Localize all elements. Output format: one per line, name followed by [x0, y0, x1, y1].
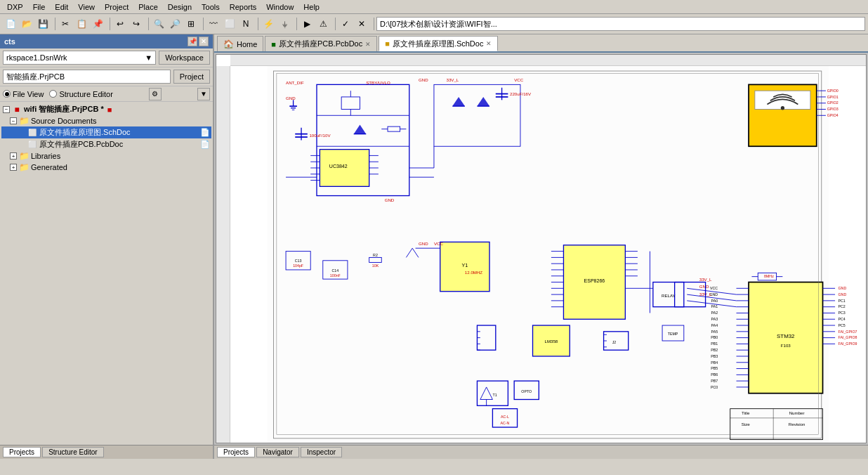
tree-sch-doc[interactable]: ⬜ 原文件插座原理图.SchDoc 📄 [1, 126, 211, 138]
tb-net[interactable]: N [238, 16, 254, 32]
home-icon: 🏠 [223, 39, 234, 49]
tab-pcb[interactable]: ■ 原文件插座PCB.PcbDoc ✕ [265, 36, 377, 51]
tb-cross[interactable]: ✕ [354, 16, 369, 32]
project-button[interactable]: Project [173, 70, 210, 84]
tab-structure-editor[interactable]: Structure Editor [49, 90, 112, 98]
bottom-tab-structure[interactable]: Structure Editor [42, 447, 103, 457]
tree-root[interactable]: − ■ wifi 智能插座.PrjPCB * ■ [1, 103, 211, 115]
generated-expander[interactable]: + [10, 164, 17, 171]
tb-new[interactable]: 📄 [3, 16, 18, 32]
svg-text:PC3: PC3 [838, 311, 845, 315]
menu-view[interactable]: View [74, 2, 99, 12]
menu-window[interactable]: Window [262, 2, 298, 12]
horizontal-ruler [230, 55, 866, 66]
right-bottom-tab-navigator[interactable]: Navigator [256, 447, 299, 457]
bottom-tab-projects[interactable]: Projects [3, 447, 41, 457]
libraries-expander[interactable]: + [10, 152, 17, 160]
panel-settings-icon[interactable]: ⚙ [149, 88, 162, 100]
workspace-dropdown[interactable]: rkspace1.DsnWrk ▼ [3, 51, 156, 65]
svg-text:AC-N: AC-N [501, 421, 510, 425]
tb-copy[interactable]: 📋 [74, 16, 89, 32]
tab-sch-label: 原文件插座原理图.SchDoc [393, 39, 484, 49]
tb-save[interactable]: 💾 [35, 16, 51, 32]
tree-libraries[interactable]: + 📁 Libraries [1, 150, 211, 162]
menu-dxp[interactable]: DXP [3, 2, 27, 12]
tb-paste[interactable]: 📌 [90, 16, 105, 32]
tb-redo[interactable]: ↪ [129, 16, 144, 32]
menu-place[interactable]: Place [134, 2, 162, 12]
tb-fit[interactable]: ⊞ [183, 16, 199, 32]
menu-help[interactable]: Help [299, 2, 324, 12]
sch-tab-close[interactable]: ✕ [486, 40, 492, 47]
svg-text:GND: GND [699, 284, 709, 289]
tab-file-view[interactable]: File View [3, 90, 44, 98]
right-bottom-tab-projects[interactable]: Projects [217, 447, 255, 457]
tb-wire[interactable]: 〰 [206, 16, 221, 32]
svg-text:Title: Title [742, 410, 750, 415]
pcb-tab-icon: ■ [271, 40, 276, 48]
tree-source-docs[interactable]: − 📁 Source Documents [1, 115, 211, 126]
tb-err[interactable]: ⚠ [315, 16, 331, 32]
tb-gnd[interactable]: ⏚ [277, 16, 292, 32]
menu-tools[interactable]: Tools [197, 2, 224, 12]
tb-zoom-out[interactable]: 🔎 [167, 16, 183, 32]
document-tabs-bar: 🏠 Home ■ 原文件插座PCB.PcbDoc ✕ ■ 原文件插座原理图.Sc… [214, 34, 868, 53]
tree-generated[interactable]: + 📁 Generated [1, 162, 211, 173]
root-expander[interactable]: − [3, 106, 10, 113]
svg-text:GPIO3: GPIO3 [827, 107, 839, 111]
svg-text:FAI_GPIO8: FAI_GPIO8 [838, 335, 857, 339]
svg-text:OPTO: OPTO [521, 389, 532, 393]
toolbar-path: D:\[07技术创新\设计资源\WIFI智... [376, 17, 865, 31]
menu-file[interactable]: File [29, 2, 50, 12]
svg-text:GPIO1: GPIO1 [827, 95, 839, 99]
pcb-doc-label: 原文件插座PCB.PcbDoc [39, 139, 123, 150]
tb-cut[interactable]: ✂ [58, 16, 73, 32]
svg-text:J2: J2 [612, 340, 617, 344]
svg-text:PB1: PB1 [711, 341, 718, 346]
menu-edit[interactable]: Edit [51, 2, 72, 12]
tb-open[interactable]: 📂 [19, 16, 34, 32]
svg-text:STBY/UVLO: STBY/UVLO [366, 80, 390, 85]
svg-text:PC4: PC4 [838, 317, 845, 321]
panel-pin-btn[interactable]: 📌 [188, 37, 197, 46]
svg-text:Size: Size [742, 422, 751, 427]
file-view-radio[interactable] [3, 90, 11, 98]
root-icon: ■ [12, 105, 22, 115]
tb-vcc[interactable]: ⚡ [261, 16, 276, 32]
tb-compile[interactable]: ▶ [299, 16, 315, 32]
svg-text:GPIO2: GPIO2 [827, 100, 839, 105]
vertical-ruler [216, 66, 230, 443]
menu-project[interactable]: Project [100, 2, 133, 12]
panel-arrow-icon[interactable]: ▼ [197, 88, 210, 100]
tab-sch[interactable]: ■ 原文件插座原理图.SchDoc ✕ [379, 36, 498, 51]
svg-text:GND: GND [838, 292, 846, 297]
schematic-content[interactable]: UC3842 100uF/10V [230, 66, 866, 443]
pcb-doc-file-icon: 📄 [200, 140, 210, 149]
tb-undo[interactable]: ↩ [112, 16, 128, 32]
structure-editor-radio[interactable] [49, 90, 57, 98]
svg-text:8MHz: 8MHz [764, 274, 774, 278]
tab-home-label: Home [237, 40, 257, 48]
svg-text:PB5: PB5 [711, 366, 718, 370]
source-docs-expander[interactable]: − [10, 117, 17, 124]
tb-sep-7 [333, 18, 336, 30]
tab-home[interactable]: 🏠 Home [217, 36, 263, 51]
workspace-button[interactable]: Workspace [159, 51, 210, 65]
schematic-area[interactable]: UC3842 100uF/10V [216, 54, 867, 443]
menu-design[interactable]: Design [164, 2, 196, 12]
tb-zoom-in[interactable]: 🔍 [151, 16, 166, 32]
svg-text:PA0: PA0 [711, 299, 718, 303]
menu-reports[interactable]: Reports [225, 2, 261, 12]
right-bottom-tab-inspector[interactable]: Inspector [301, 447, 342, 457]
project-field: 智能插座.PrjPCB [3, 70, 171, 84]
tb-comp[interactable]: ⬜ [222, 16, 237, 32]
svg-text:PC1: PC1 [838, 299, 845, 303]
toolbar-area: 📄 📂 💾 ✂ 📋 📌 ↩ ↪ 🔍 🔎 ⊞ 〰 ⬜ N ⚡ ⏚ ▶ ⚠ ✓ ✕ … [0, 14, 868, 34]
panel-close-btn[interactable]: ✕ [199, 37, 209, 46]
svg-text:VCC: VCC [710, 286, 718, 290]
pcb-tab-close[interactable]: ✕ [365, 41, 371, 48]
svg-text:GPIO4: GPIO4 [827, 113, 839, 117]
tree-pcb-doc[interactable]: ⬜ 原文件插座PCB.PcbDoc 📄 [1, 138, 211, 150]
tb-drc[interactable]: ✓ [338, 16, 353, 32]
tab-pcb-label: 原文件插座PCB.PcbDoc [279, 39, 362, 49]
